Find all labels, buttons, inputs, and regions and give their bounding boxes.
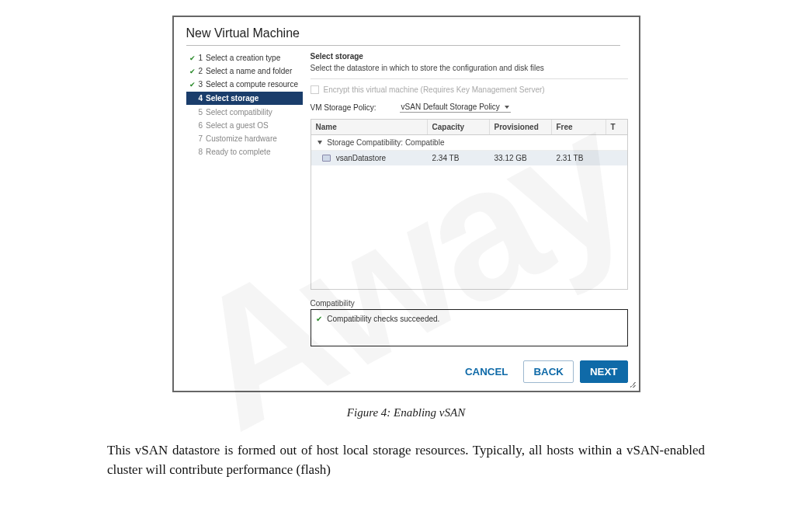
compatibility-label: Compatibility: [311, 299, 628, 308]
wizard-step-3[interactable]: ✔ 3 Select a compute resource: [186, 78, 303, 90]
caret-down-icon: [318, 141, 322, 144]
content-title: Select storage: [311, 52, 628, 61]
compatibility-message: Compatibility checks succeeded.: [327, 315, 439, 323]
cancel-button[interactable]: CANCEL: [456, 360, 518, 383]
next-button[interactable]: NEXT: [580, 360, 628, 383]
new-vm-dialog: New Virtual Machine ✔ 1 Select a creatio…: [172, 16, 640, 392]
check-icon: ✔: [316, 315, 322, 323]
encrypt-row: Encrypt this virtual machine (Requires K…: [311, 85, 628, 94]
dialog-footer: CANCEL BACK NEXT: [311, 360, 628, 383]
datastore-provisioned: 33.12 GB: [490, 151, 552, 165]
datastore-icon: [322, 155, 331, 162]
col-capacity[interactable]: Capacity: [428, 120, 490, 134]
check-icon: ✔: [189, 54, 196, 62]
wizard-step-1[interactable]: ✔ 1 Select a creation type: [186, 52, 303, 64]
wizard-step-7: 7 Customize hardware: [186, 133, 303, 144]
datastore-free: 2.31 TB: [552, 151, 606, 165]
content-subtitle: Select the datastore in which to store t…: [311, 64, 628, 79]
col-provisioned[interactable]: Provisioned: [490, 120, 552, 134]
compatibility-box: ✔ Compatibility checks succeeded.: [311, 309, 628, 346]
check-icon: ✔: [189, 81, 196, 89]
wizard-steps-sidebar: ✔ 1 Select a creation type ✔ 2 Select a …: [186, 52, 303, 383]
dialog-title: New Virtual Machine: [186, 25, 620, 46]
storage-policy-dropdown[interactable]: vSAN Default Storage Policy: [400, 102, 511, 113]
body-paragraph: This vSAN datastore is formed out of hos…: [107, 441, 705, 479]
encrypt-checkbox: [311, 85, 319, 94]
table-header: Name Capacity Provisioned Free T: [311, 120, 627, 135]
table-group[interactable]: Storage Compatibility: Compatible: [311, 135, 627, 151]
wizard-step-6: 6 Select a guest OS: [186, 120, 303, 131]
policy-label: VM Storage Policy:: [311, 103, 377, 112]
resize-grip-icon[interactable]: [628, 380, 636, 388]
wizard-step-4[interactable]: 4 Select storage: [186, 92, 303, 105]
col-free[interactable]: Free: [552, 120, 606, 134]
datastore-table: Name Capacity Provisioned Free T Storage…: [311, 119, 628, 290]
encrypt-label: Encrypt this virtual machine (Requires K…: [324, 85, 545, 94]
table-row[interactable]: vsanDatastore 2.34 TB 33.12 GB 2.31 TB: [311, 151, 627, 165]
datastore-capacity: 2.34 TB: [428, 151, 490, 165]
wizard-content: Select storage Select the datastore in w…: [311, 52, 628, 383]
check-icon: ✔: [189, 68, 196, 75]
wizard-step-5: 5 Select compatibility: [186, 106, 303, 118]
back-button[interactable]: BACK: [523, 360, 574, 383]
wizard-step-8: 8 Ready to complete: [186, 146, 303, 158]
figure-caption: Figure 4: Enabling vSAN: [0, 406, 812, 419]
wizard-step-2[interactable]: ✔ 2 Select a name and folder: [186, 65, 303, 77]
col-name[interactable]: Name: [311, 120, 428, 134]
datastore-name: vsanDatastore: [336, 154, 386, 162]
col-tail[interactable]: T: [606, 120, 627, 134]
